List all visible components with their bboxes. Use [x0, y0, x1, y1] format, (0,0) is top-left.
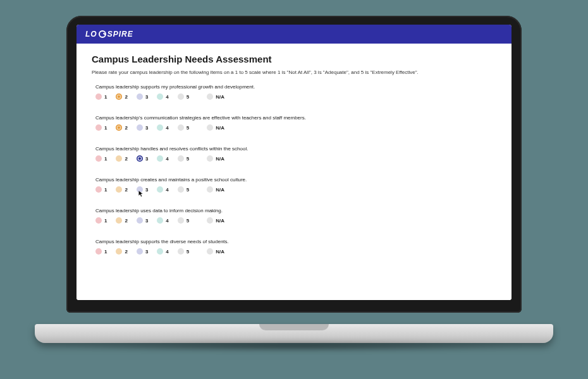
radio-2[interactable]	[116, 155, 122, 162]
rating-option-4[interactable]: 4	[157, 93, 168, 100]
rating-option-2[interactable]: 2	[116, 124, 127, 131]
question-text: Campus leadership supports my profession…	[95, 84, 493, 90]
radio-4[interactable]	[157, 217, 163, 224]
radio-na[interactable]	[207, 124, 213, 131]
page-subtitle: Please rate your campus leadership on th…	[92, 69, 496, 75]
question-text: Campus leadership's communication strate…	[95, 115, 493, 121]
rating-option-4[interactable]: 4	[157, 124, 168, 131]
rating-option-4[interactable]: 4	[157, 217, 168, 224]
option-label: 3	[145, 249, 148, 255]
radio-5[interactable]	[178, 248, 184, 255]
radio-5[interactable]	[178, 124, 184, 131]
option-label: 2	[125, 94, 127, 100]
radio-4[interactable]	[157, 124, 163, 131]
radio-1[interactable]	[95, 186, 102, 193]
rating-option-2[interactable]: 2	[116, 248, 127, 255]
rating-option-2[interactable]: 2	[116, 155, 127, 162]
option-label: 5	[187, 218, 189, 224]
question-block: Campus leadership's communication strate…	[95, 115, 493, 131]
radio-na[interactable]	[207, 155, 213, 162]
rating-option-na[interactable]: N/A	[207, 155, 224, 162]
rating-option-5[interactable]: 5	[178, 248, 189, 255]
radio-3[interactable]	[137, 248, 143, 255]
rating-option-2[interactable]: 2	[116, 186, 127, 193]
radio-1[interactable]	[95, 248, 102, 255]
rating-option-1[interactable]: 1	[95, 186, 107, 193]
option-label: 2	[125, 125, 127, 131]
radio-2[interactable]	[116, 93, 122, 100]
rating-option-3[interactable]: 3	[137, 124, 148, 131]
rating-option-3[interactable]: 3	[137, 217, 148, 224]
brand-loop-icon	[99, 30, 106, 38]
radio-4[interactable]	[157, 186, 163, 193]
radio-2[interactable]	[116, 186, 122, 193]
radio-3[interactable]	[137, 155, 143, 162]
rating-option-na[interactable]: N/A	[207, 124, 224, 131]
radio-4[interactable]	[157, 155, 163, 162]
radio-1[interactable]	[95, 155, 102, 162]
option-label: 5	[187, 187, 189, 193]
radio-3[interactable]	[137, 124, 143, 131]
option-row: 12345N/A	[95, 248, 493, 255]
radio-5[interactable]	[178, 186, 184, 193]
radio-2[interactable]	[116, 124, 122, 131]
rating-option-na[interactable]: N/A	[207, 93, 224, 100]
rating-option-na[interactable]: N/A	[207, 186, 224, 193]
question-block: Campus leadership uses data to inform de…	[95, 208, 493, 224]
laptop-frame: LO SPIRE Campus Leadership Needs Assessm…	[35, 16, 553, 357]
rating-option-1[interactable]: 1	[95, 155, 107, 162]
option-label: N/A	[216, 187, 224, 193]
radio-1[interactable]	[95, 217, 102, 224]
radio-na[interactable]	[207, 217, 213, 224]
rating-option-5[interactable]: 5	[178, 217, 189, 224]
radio-3[interactable]	[137, 217, 143, 224]
option-label: 3	[145, 94, 148, 100]
radio-5[interactable]	[178, 93, 184, 100]
rating-option-5[interactable]: 5	[178, 93, 189, 100]
rating-option-na[interactable]: N/A	[207, 248, 224, 255]
radio-na[interactable]	[207, 248, 213, 255]
radio-2[interactable]	[116, 217, 122, 224]
rating-option-1[interactable]: 1	[95, 124, 107, 131]
radio-3[interactable]	[137, 186, 143, 193]
question-text: Campus leadership uses data to inform de…	[95, 208, 493, 214]
rating-option-2[interactable]: 2	[116, 217, 127, 224]
rating-option-3[interactable]: 3	[137, 248, 148, 255]
radio-4[interactable]	[157, 93, 163, 100]
rating-option-4[interactable]: 4	[157, 248, 168, 255]
option-label: 3	[145, 187, 148, 193]
rating-option-5[interactable]: 5	[178, 186, 189, 193]
rating-option-1[interactable]: 1	[95, 217, 107, 224]
rating-option-5[interactable]: 5	[178, 124, 189, 131]
radio-4[interactable]	[157, 248, 163, 255]
rating-option-3[interactable]: 3	[137, 155, 148, 162]
page-title: Campus Leadership Needs Assessment	[92, 54, 496, 64]
option-label: N/A	[216, 156, 224, 162]
rating-option-3[interactable]: 3	[137, 186, 148, 193]
option-label: 2	[125, 156, 127, 162]
option-row: 12345N/A	[95, 93, 493, 100]
app-header: LO SPIRE	[77, 25, 511, 44]
rating-option-5[interactable]: 5	[178, 155, 189, 162]
survey-content: Campus Leadership Needs Assessment Pleas…	[77, 44, 511, 300]
radio-na[interactable]	[207, 186, 213, 193]
rating-option-3[interactable]: 3	[137, 93, 148, 100]
rating-option-1[interactable]: 1	[95, 93, 107, 100]
rating-option-4[interactable]: 4	[157, 186, 168, 193]
option-row: 12345N/A	[95, 155, 493, 162]
radio-3[interactable]	[137, 93, 143, 100]
rating-option-1[interactable]: 1	[95, 248, 107, 255]
radio-1[interactable]	[95, 124, 102, 131]
radio-na[interactable]	[207, 93, 213, 100]
radio-5[interactable]	[178, 217, 184, 224]
bottom-fade	[77, 256, 511, 300]
radio-1[interactable]	[95, 93, 102, 100]
rating-option-na[interactable]: N/A	[207, 217, 224, 224]
question-text: Campus leadership supports the diverse n…	[95, 239, 493, 244]
question-text: Campus leadership handles and resolves c…	[95, 146, 493, 152]
radio-2[interactable]	[116, 248, 122, 255]
rating-option-2[interactable]: 2	[116, 93, 127, 100]
option-label: N/A	[216, 218, 224, 224]
rating-option-4[interactable]: 4	[157, 155, 168, 162]
radio-5[interactable]	[178, 155, 184, 162]
